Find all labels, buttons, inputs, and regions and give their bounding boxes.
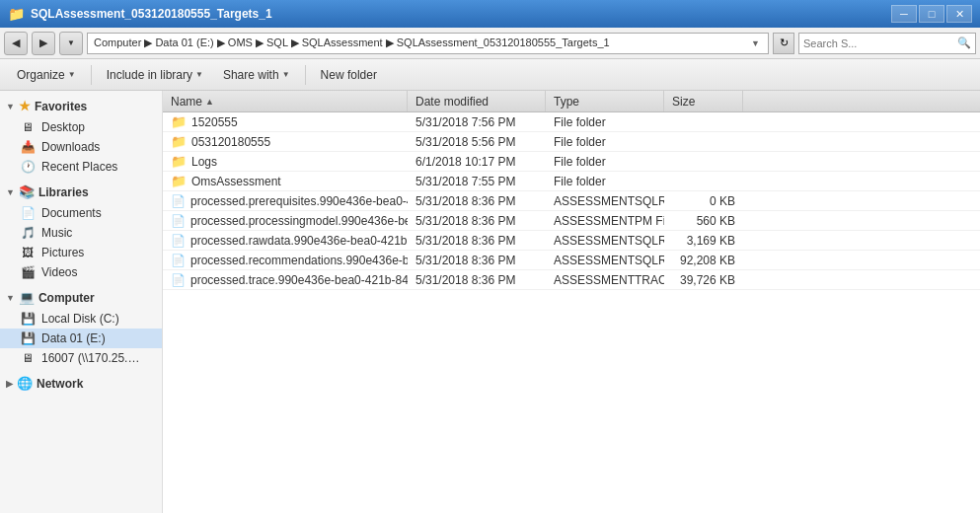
organize-label: Organize — [17, 68, 65, 82]
sidebar-favorites-header[interactable]: ▼ ★ Favorites — [0, 95, 162, 117]
sidebar-item-documents[interactable]: 📄 Documents — [0, 203, 162, 223]
data01-e-icon: 💾 — [20, 330, 36, 346]
table-row[interactable]: 📄 processed.recommendations.990e436e-bea… — [163, 251, 980, 270]
sidebar-item-recent-places[interactable]: 🕐 Recent Places — [0, 157, 162, 177]
file-cell-name: 📁 OmsAssessment — [163, 174, 408, 188]
file-size: 3,169 KB — [687, 234, 735, 248]
include-library-button[interactable]: Include in library ▼ — [98, 63, 212, 87]
sidebar-item-documents-label: Documents — [41, 206, 102, 220]
file-name: processed.trace.990e436e-bea0-421b-845c.… — [190, 273, 408, 287]
col-header-size[interactable]: Size — [664, 91, 743, 111]
file-list-area: Name ▲ Date modified Type Size 📁 1520555… — [163, 91, 980, 513]
sidebar-computer-header[interactable]: ▼ 💻 Computer — [0, 286, 162, 309]
share-with-label: Share with — [223, 68, 279, 82]
sidebar-network-header[interactable]: ▶ 🌐 Network — [0, 372, 162, 395]
sidebar-item-desktop[interactable]: 🖥 Desktop — [0, 117, 162, 137]
libraries-icon: 📚 — [19, 184, 35, 199]
maximize-button[interactable]: □ — [919, 5, 944, 23]
sidebar-item-local-disk-c[interactable]: 💾 Local Disk (C:) — [0, 309, 162, 329]
close-button[interactable]: ✕ — [946, 5, 972, 23]
toolbar: Organize ▼ Include in library ▼ Share wi… — [0, 59, 980, 91]
file-date: 5/31/2018 8:36 PM — [415, 214, 515, 228]
search-icon[interactable]: 🔍 — [957, 37, 971, 49]
file-cell-size: 39,726 KB — [664, 273, 743, 287]
sidebar-item-downloads[interactable]: 📥 Downloads — [0, 137, 162, 157]
file-date: 5/31/2018 7:56 PM — [415, 115, 515, 129]
table-row[interactable]: 📄 processed.processingmodel.990e436e-bea… — [163, 211, 980, 231]
sidebar-item-network-drive[interactable]: 🖥 16007 (\\170.25.56.2 — [0, 348, 162, 368]
file-cell-type: ASSESSMENTPM File — [546, 214, 664, 228]
sidebar-item-pictures[interactable]: 🖼 Pictures — [0, 243, 162, 262]
file-type: ASSESSMENTSQLRE... — [554, 194, 664, 208]
file-icon: 📄 — [171, 254, 186, 267]
col-name-label: Name — [171, 95, 202, 109]
sidebar-item-downloads-label: Downloads — [41, 140, 100, 154]
file-date: 5/31/2018 8:36 PM — [415, 194, 515, 208]
address-dropdown-arrow[interactable]: ▼ — [749, 38, 762, 48]
table-row[interactable]: 📄 processed.prerequisites.990e436e-bea0-… — [163, 191, 980, 211]
file-icon: 📄 — [171, 273, 186, 287]
table-row[interactable]: 📁 Logs 6/1/2018 10:17 PM File folder — [163, 152, 980, 172]
address-bar: ◀ ▶ ▼ Computer ▶ Data 01 (E:) ▶ OMS ▶ SQ… — [0, 28, 980, 59]
file-date: 5/31/2018 8:36 PM — [415, 234, 515, 248]
new-folder-button[interactable]: New folder — [312, 63, 386, 87]
col-header-type[interactable]: Type — [546, 91, 664, 111]
minimize-button[interactable]: ─ — [891, 5, 917, 23]
toolbar-separator-1 — [91, 65, 92, 85]
sidebar-item-music-label: Music — [41, 226, 72, 240]
sidebar-item-data01-e-label: Data 01 (E:) — [41, 331, 106, 345]
favorites-collapse-arrow: ▼ — [6, 102, 15, 111]
file-cell-name: 📁 Logs — [163, 154, 408, 169]
file-size: 560 KB — [697, 214, 735, 228]
col-date-label: Date modified — [415, 95, 489, 109]
file-date: 5/31/2018 8:36 PM — [415, 273, 515, 287]
file-type: ASSESSMENTTRAC... — [554, 273, 664, 287]
search-box[interactable]: 🔍 — [798, 33, 976, 54]
organize-button[interactable]: Organize ▼ — [8, 63, 85, 87]
file-name: processed.rawdata.990e436e-bea0-421b-8..… — [190, 234, 408, 248]
sidebar-item-videos[interactable]: 🎬 Videos — [0, 262, 162, 282]
refresh-button[interactable]: ↻ — [773, 33, 794, 54]
file-date: 5/31/2018 8:36 PM — [415, 254, 515, 267]
table-row[interactable]: 📁 1520555 5/31/2018 7:56 PM File folder — [163, 112, 980, 132]
address-path[interactable]: Computer ▶ Data 01 (E:) ▶ OMS ▶ SQL ▶ SQ… — [87, 33, 769, 54]
sidebar-item-music[interactable]: 🎵 Music — [0, 223, 162, 243]
table-row[interactable]: 📄 processed.trace.990e436e-bea0-421b-845… — [163, 270, 980, 290]
file-size: 92,208 KB — [680, 254, 735, 267]
address-path-text: Computer ▶ Data 01 (E:) ▶ OMS ▶ SQL ▶ SQ… — [94, 37, 749, 49]
table-row[interactable]: 📁 053120180555 5/31/2018 5:56 PM File fo… — [163, 132, 980, 152]
file-name: Logs — [191, 155, 217, 169]
file-cell-type: File folder — [546, 175, 664, 188]
toolbar-separator-2 — [305, 65, 306, 85]
network-collapse-arrow: ▶ — [6, 379, 13, 389]
table-row[interactable]: 📁 OmsAssessment 5/31/2018 7:55 PM File f… — [163, 172, 980, 191]
file-icon: 📄 — [171, 234, 186, 248]
music-icon: 🎵 — [20, 225, 36, 241]
search-input[interactable] — [803, 37, 957, 49]
documents-icon: 📄 — [20, 205, 36, 221]
file-cell-size: 560 KB — [664, 214, 743, 228]
sidebar-item-pictures-label: Pictures — [41, 246, 84, 259]
sidebar-item-data01-e[interactable]: 💾 Data 01 (E:) — [0, 329, 162, 348]
file-cell-size: 3,169 KB — [664, 234, 743, 248]
file-cell-date: 5/31/2018 8:36 PM — [408, 273, 546, 287]
recent-locations-button[interactable]: ▼ — [59, 32, 83, 55]
sidebar-item-recent-places-label: Recent Places — [41, 160, 117, 174]
forward-button[interactable]: ▶ — [32, 32, 55, 55]
col-header-name[interactable]: Name ▲ — [163, 91, 408, 111]
sidebar-item-videos-label: Videos — [41, 265, 77, 279]
file-cell-name: 📄 processed.rawdata.990e436e-bea0-421b-8… — [163, 234, 408, 248]
file-date: 5/31/2018 7:55 PM — [415, 175, 515, 188]
computer-collapse-arrow: ▼ — [6, 293, 15, 303]
share-with-button[interactable]: Share with ▼ — [214, 63, 299, 87]
favorites-star-icon: ★ — [19, 99, 31, 113]
file-name: processed.processingmodel.990e436e-bea0-… — [190, 214, 408, 228]
table-row[interactable]: 📄 processed.rawdata.990e436e-bea0-421b-8… — [163, 231, 980, 251]
back-button[interactable]: ◀ — [4, 32, 28, 55]
col-header-date[interactable]: Date modified — [408, 91, 546, 111]
file-cell-date: 5/31/2018 8:36 PM — [408, 194, 546, 208]
sidebar-libraries-header[interactable]: ▼ 📚 Libraries — [0, 181, 162, 203]
folder-icon: 📁 — [171, 114, 187, 129]
file-size: 39,726 KB — [680, 273, 735, 287]
desktop-icon: 🖥 — [20, 119, 36, 135]
